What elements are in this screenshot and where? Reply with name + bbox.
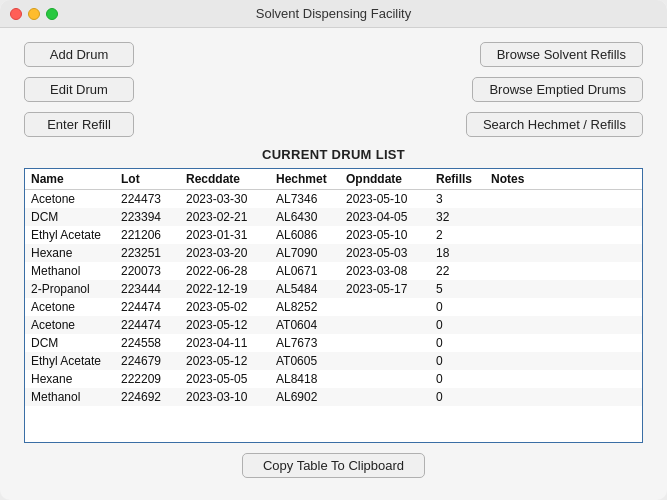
drum-list-table: Name Lot Recddate Hechmet Opnddate Refil…: [25, 169, 642, 406]
cell-opnddate: [340, 352, 430, 370]
cell-refills: 18: [430, 244, 485, 262]
cell-hechmet: AL6086: [270, 226, 340, 244]
cell-hechmet: AL8252: [270, 298, 340, 316]
cell-refills: 0: [430, 352, 485, 370]
cell-lot: 221206: [115, 226, 180, 244]
cell-recddate: 2023-03-30: [180, 190, 270, 209]
cell-refills: 0: [430, 334, 485, 352]
cell-recddate: 2023-01-31: [180, 226, 270, 244]
cell-name: DCM: [25, 334, 115, 352]
cell-name: DCM: [25, 208, 115, 226]
cell-lot: 224679: [115, 352, 180, 370]
minimize-button[interactable]: [28, 8, 40, 20]
main-window: Solvent Dispensing Facility Add Drum Bro…: [0, 0, 667, 500]
copy-row: Copy Table To Clipboard: [24, 453, 643, 486]
cell-lot: 224692: [115, 388, 180, 406]
add-drum-button[interactable]: Add Drum: [24, 42, 134, 67]
col-header-recddate: Recddate: [180, 169, 270, 190]
table-header-row: Name Lot Recddate Hechmet Opnddate Refil…: [25, 169, 642, 190]
cell-opnddate: 2023-03-08: [340, 262, 430, 280]
cell-recddate: 2022-12-19: [180, 280, 270, 298]
cell-name: Ethyl Acetate: [25, 352, 115, 370]
cell-lot: 224473: [115, 190, 180, 209]
col-header-refills: Refills: [430, 169, 485, 190]
enter-refill-button[interactable]: Enter Refill: [24, 112, 134, 137]
cell-refills: 32: [430, 208, 485, 226]
cell-notes: [485, 316, 642, 334]
cell-notes: [485, 298, 642, 316]
cell-name: Acetone: [25, 298, 115, 316]
cell-hechmet: AL7673: [270, 334, 340, 352]
table-row: DCM2245582023-04-11AL76730: [25, 334, 642, 352]
cell-name: Acetone: [25, 190, 115, 209]
cell-notes: [485, 334, 642, 352]
cell-hechmet: AL5484: [270, 280, 340, 298]
cell-opnddate: [340, 316, 430, 334]
cell-recddate: 2022-06-28: [180, 262, 270, 280]
close-button[interactable]: [10, 8, 22, 20]
cell-hechmet: AL8418: [270, 370, 340, 388]
table-row: Ethyl Acetate2246792023-05-12AT06050: [25, 352, 642, 370]
cell-recddate: 2023-05-12: [180, 316, 270, 334]
cell-name: Acetone: [25, 316, 115, 334]
copy-table-button[interactable]: Copy Table To Clipboard: [242, 453, 425, 478]
cell-opnddate: [340, 334, 430, 352]
table-row: Acetone2244742023-05-12AT06040: [25, 316, 642, 334]
maximize-button[interactable]: [46, 8, 58, 20]
cell-lot: 224474: [115, 316, 180, 334]
cell-refills: 0: [430, 298, 485, 316]
table-row: Hexane2222092023-05-05AL84180: [25, 370, 642, 388]
content-area: Add Drum Browse Solvent Refills Edit Dru…: [0, 28, 667, 500]
cell-name: Methanol: [25, 388, 115, 406]
cell-opnddate: 2023-04-05: [340, 208, 430, 226]
col-header-lot: Lot: [115, 169, 180, 190]
cell-notes: [485, 208, 642, 226]
button-row-1: Add Drum Browse Solvent Refills: [24, 42, 643, 67]
col-header-notes: Notes: [485, 169, 642, 190]
cell-hechmet: AT0605: [270, 352, 340, 370]
table-body: Acetone2244732023-03-30AL73462023-05-103…: [25, 190, 642, 407]
cell-lot: 223251: [115, 244, 180, 262]
search-hechmet-refills-button[interactable]: Search Hechmet / Refills: [466, 112, 643, 137]
cell-recddate: 2023-03-20: [180, 244, 270, 262]
cell-notes: [485, 226, 642, 244]
browse-solvent-refills-button[interactable]: Browse Solvent Refills: [480, 42, 643, 67]
cell-notes: [485, 388, 642, 406]
button-row-2: Edit Drum Browse Emptied Drums: [24, 77, 643, 102]
cell-lot: 220073: [115, 262, 180, 280]
cell-name: Hexane: [25, 370, 115, 388]
cell-recddate: 2023-04-11: [180, 334, 270, 352]
cell-refills: 5: [430, 280, 485, 298]
table-row: Hexane2232512023-03-20AL70902023-05-0318: [25, 244, 642, 262]
cell-refills: 2: [430, 226, 485, 244]
browse-emptied-drums-button[interactable]: Browse Emptied Drums: [472, 77, 643, 102]
cell-lot: 222209: [115, 370, 180, 388]
section-title: CURRENT DRUM LIST: [24, 147, 643, 162]
window-title: Solvent Dispensing Facility: [256, 6, 411, 21]
col-header-hechmet: Hechmet: [270, 169, 340, 190]
cell-opnddate: [340, 298, 430, 316]
title-bar: Solvent Dispensing Facility: [0, 0, 667, 28]
table-row: Ethyl Acetate2212062023-01-31AL60862023-…: [25, 226, 642, 244]
cell-refills: 22: [430, 262, 485, 280]
cell-opnddate: [340, 388, 430, 406]
cell-name: Hexane: [25, 244, 115, 262]
cell-notes: [485, 262, 642, 280]
cell-name: Methanol: [25, 262, 115, 280]
cell-notes: [485, 190, 642, 209]
traffic-lights: [10, 8, 58, 20]
drum-list-table-container: Name Lot Recddate Hechmet Opnddate Refil…: [24, 168, 643, 443]
cell-refills: 0: [430, 316, 485, 334]
cell-recddate: 2023-03-10: [180, 388, 270, 406]
cell-recddate: 2023-05-05: [180, 370, 270, 388]
cell-notes: [485, 280, 642, 298]
button-row-3: Enter Refill Search Hechmet / Refills: [24, 112, 643, 137]
cell-hechmet: AL7346: [270, 190, 340, 209]
table-row: Acetone2244732023-03-30AL73462023-05-103: [25, 190, 642, 209]
table-row: Acetone2244742023-05-02AL82520: [25, 298, 642, 316]
cell-opnddate: 2023-05-03: [340, 244, 430, 262]
edit-drum-button[interactable]: Edit Drum: [24, 77, 134, 102]
table-row: Methanol2200732022-06-28AL06712023-03-08…: [25, 262, 642, 280]
cell-name: Ethyl Acetate: [25, 226, 115, 244]
cell-lot: 224558: [115, 334, 180, 352]
